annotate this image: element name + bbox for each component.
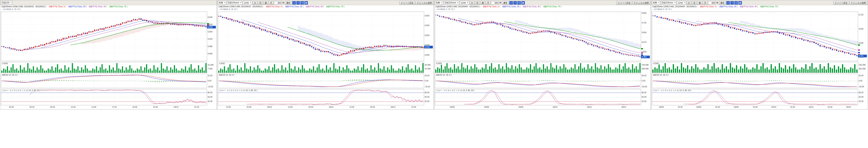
crosshair-icon: ✛: [518, 2, 520, 4]
legend-ma-25: 移動平均( Close, 25 ): [502, 5, 520, 8]
normal-mode-button[interactable]: 通常: [285, 1, 292, 5]
crosshair-button[interactable]: ✛: [518, 1, 521, 5]
instrument-legend: 日経225mini 12/06( 9,461, 2012/04/04 - 201…: [652, 5, 697, 8]
technical-button[interactable]: テクニカル指標: [415, 1, 433, 5]
contract-select-label: 12/06: [678, 2, 683, 4]
legend-ma-5: 移動平均( Close, 5 ): [49, 5, 66, 8]
period-minute-button[interactable]: 分: [253, 1, 257, 5]
grid-button[interactable]: ▦: [304, 1, 308, 5]
volume-pane-title: 出来高: [219, 62, 225, 65]
zoom-out-icon: −: [298, 2, 299, 4]
legend-ma-40: 移動平均( Close, 40 ): [306, 5, 324, 8]
chevron-down-icon: ▼: [467, 2, 468, 4]
zoom-out-button[interactable]: −: [514, 1, 517, 5]
symbol-select-label: 日経225mini: [227, 1, 239, 4]
volume-pane-title: 出来高: [436, 62, 442, 65]
macd-pane-title: MACD( 12, 26, 9 ): [653, 74, 669, 76]
legend-ma-75: 移動平均( Close, 75 ): [761, 5, 778, 8]
legend-ma-25: 移動平均( Close, 25 ): [68, 5, 86, 8]
symbol-select[interactable]: 日経225mini ▼: [444, 1, 459, 5]
legend-ma-5: 移動平均( Close, 5 ): [700, 5, 717, 8]
period-month-button[interactable]: 月: [486, 1, 491, 5]
crosshair-button[interactable]: ✛: [301, 1, 304, 5]
instrument-legend: 日経225mini 12/06( 9,585, 2012/04/10 - 201…: [1, 5, 46, 8]
normal-mode-button[interactable]: 通常: [502, 1, 509, 5]
price-chart-canvas[interactable]: [217, 11, 433, 109]
legend-ma-5: 移動平均( Close, 5 ): [483, 5, 500, 8]
instrument-type-select[interactable]: 先物 ▼: [435, 1, 443, 5]
chevron-down-icon: ▼: [250, 2, 251, 4]
instrument-legend: 日経225mini 12/06( 9,490, 2012/04/10 - 201…: [218, 5, 263, 8]
price-chart-canvas[interactable]: [0, 11, 216, 109]
price-chart-canvas[interactable]: [434, 11, 650, 109]
period-day-button[interactable]: 日: [475, 1, 480, 5]
chart-settings-button[interactable]: チャート設定: [616, 1, 632, 5]
legend-ma-5: 移動平均( Close, 5 ): [266, 5, 283, 8]
chevron-down-icon: ▼: [441, 2, 442, 4]
period-minute-button[interactable]: 分: [687, 1, 691, 5]
contract-select[interactable]: 12/06 ▼: [460, 1, 469, 5]
legend-ma-75: 移動平均( Close, 75 ): [110, 5, 127, 8]
period-day-button[interactable]: 日: [692, 1, 697, 5]
chart-panels: 日経225 ▼ 日経225mini 12/06( 9,585, 2012/04/…: [0, 0, 868, 109]
price-chart-canvas[interactable]: [651, 11, 867, 109]
legend-ma-40: 移動平均( Close, 40 ): [89, 5, 107, 8]
zoom-in-icon: ＋: [510, 2, 512, 4]
bars-count-input[interactable]: [274, 1, 282, 4]
symbol-select[interactable]: 日経225mini ▼: [227, 1, 242, 5]
instrument-type-label: 先物: [219, 1, 223, 4]
legend-ma-75: 移動平均( Close, 75 ): [327, 5, 344, 8]
chart-panel-1: 日経225 ▼ 日経225mini 12/06( 9,585, 2012/04/…: [0, 0, 217, 109]
contract-select-label: 12/06: [244, 2, 249, 4]
zoom-in-icon: ＋: [727, 2, 729, 4]
crosshair-icon: ✛: [735, 2, 737, 4]
period-month-button[interactable]: 月: [269, 1, 274, 5]
instrument-type-select[interactable]: 先物 ▼: [652, 1, 660, 5]
bars-count-input[interactable]: [491, 1, 499, 4]
period-day-button[interactable]: 日: [258, 1, 263, 5]
legend-ma-25: 移動平均( Close, 25 ): [285, 5, 303, 8]
instrument-legend: 日経225mini 12/06( 9,460, 2012/04/04 - 201…: [435, 5, 480, 8]
chevron-down-icon: ▼: [674, 2, 675, 4]
stoch-pane-title: スロー・ストキャスティクス( 14, 3, 80, 20 ): [653, 89, 692, 92]
contract-select[interactable]: 12/06 ▼: [243, 1, 252, 5]
bars-count-input[interactable]: [708, 1, 716, 4]
symbol-select[interactable]: 日経225mini ▼: [661, 1, 676, 5]
period-minute-button[interactable]: 分: [470, 1, 474, 5]
zoom-in-icon: ＋: [293, 2, 295, 4]
zoom-in-button[interactable]: ＋: [509, 1, 513, 5]
bars-unit-label: 本: [716, 1, 718, 4]
chevron-down-icon: ▼: [684, 2, 685, 4]
period-week-button[interactable]: 週: [698, 1, 702, 5]
zoom-in-button[interactable]: ＋: [292, 1, 296, 5]
grid-icon: ▦: [522, 2, 524, 4]
chart-settings-button[interactable]: チャート設定: [833, 1, 849, 5]
contract-select[interactable]: 12/06 ▼: [677, 1, 686, 5]
chevron-down-icon: ▼: [457, 2, 458, 4]
zoom-out-button[interactable]: −: [731, 1, 734, 5]
grid-button[interactable]: ▦: [738, 1, 742, 5]
chart-panel-3: 先物 ▼ 日経225mini ▼ 12/06 ▼ 分 日 週 月 本 通常 ＋ …: [434, 0, 651, 109]
period-week-button[interactable]: 週: [480, 1, 485, 5]
bars-unit-label: 本: [499, 1, 501, 4]
period-week-button[interactable]: 週: [264, 1, 268, 5]
chart-area: 出来高 MACD( 12, 26, 9 ) スロー・ストキャスティクス( 14,…: [0, 11, 217, 109]
stoch-pane-title: スロー・ストキャスティクス( 14, 3, 80, 20 ): [2, 89, 41, 92]
instrument-type-select[interactable]: 先物 ▼: [218, 1, 226, 5]
period-month-button[interactable]: 月: [703, 1, 708, 5]
symbol-select-label: 日経225: [2, 1, 9, 4]
chevron-down-icon: ▼: [658, 2, 659, 4]
technical-button[interactable]: テクニカル指標: [632, 1, 650, 5]
zoom-in-button[interactable]: ＋: [726, 1, 730, 5]
zoom-out-button[interactable]: −: [297, 1, 300, 5]
chart-settings-button[interactable]: チャート設定: [399, 1, 415, 5]
grid-button[interactable]: ▦: [521, 1, 525, 5]
grid-icon: ▦: [305, 2, 307, 4]
technical-button[interactable]: テクニカル指標: [849, 1, 867, 5]
crosshair-button[interactable]: ✛: [735, 1, 738, 5]
legend-ma-40: 移動平均( Close, 40 ): [740, 5, 758, 8]
crosshair-icon: ✛: [301, 2, 303, 4]
stoch-pane-title: スロー・ストキャスティクス( 14, 3, 80, 20 ): [436, 89, 475, 92]
normal-mode-button[interactable]: 通常: [719, 1, 726, 5]
symbol-select[interactable]: 日経225 ▼: [1, 1, 12, 5]
